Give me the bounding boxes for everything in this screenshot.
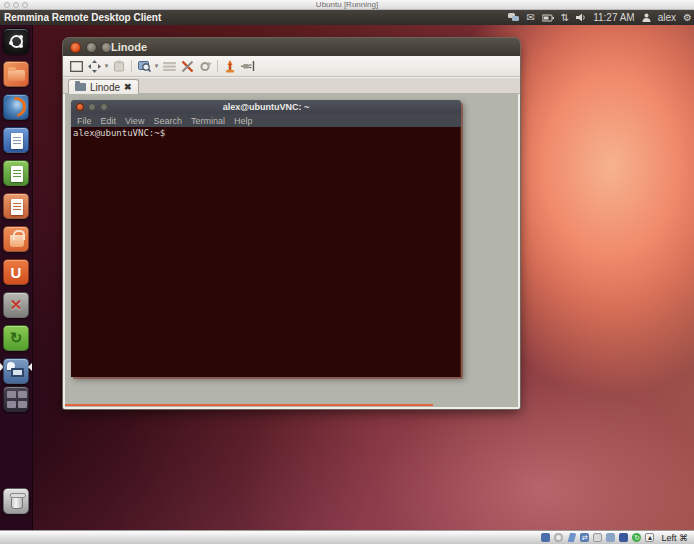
remmina-tabbar: Linode ✖ bbox=[63, 78, 520, 94]
launcher-item-workspace-switcher[interactable] bbox=[3, 386, 29, 412]
launcher-item-dash-home[interactable] bbox=[3, 28, 29, 54]
mail-icon[interactable]: ✉ bbox=[526, 10, 534, 25]
ubuntu-top-panel: Remmina Remote Desktop Client ✉ ⇅ 11:27 … bbox=[0, 10, 694, 25]
host-window-title: Ubuntu [Running] bbox=[0, 0, 694, 10]
battery-icon[interactable] bbox=[542, 10, 554, 25]
tab-label: Linode bbox=[90, 82, 120, 93]
launcher-item-libreoffice-impress[interactable] bbox=[3, 193, 29, 219]
terminal-title: alex@ubuntuVNC: ~ bbox=[71, 100, 461, 114]
host-key-label: Left ⌘ bbox=[661, 533, 688, 543]
session-username[interactable]: alex bbox=[658, 10, 676, 25]
network-status-icon[interactable]: ⇄ bbox=[580, 533, 589, 542]
ubuntu-one-icon: U bbox=[4, 260, 28, 284]
disconnect-plug-icon[interactable] bbox=[239, 58, 257, 75]
monitor-icon bbox=[11, 368, 24, 377]
launcher-item-libreoffice-calc[interactable] bbox=[3, 160, 29, 186]
shell-prompt: alex@ubuntuVNC:~$ bbox=[71, 127, 460, 138]
display-status-icon[interactable] bbox=[619, 533, 628, 542]
unity-launcher: U ✕ ↻ bbox=[0, 25, 33, 530]
floppy-status-icon[interactable] bbox=[567, 533, 576, 542]
launcher-item-system-settings[interactable]: ✕ bbox=[3, 292, 29, 318]
menu-edit[interactable]: Edit bbox=[101, 116, 117, 126]
launcher-item-firefox[interactable] bbox=[3, 94, 29, 120]
fullscreen-icon[interactable] bbox=[67, 58, 85, 75]
menu-search[interactable]: Search bbox=[153, 116, 182, 126]
launcher-item-libreoffice-writer[interactable] bbox=[3, 127, 29, 153]
vbox-statusbar: ⇄ ↻ ▲ Left ⌘ bbox=[0, 530, 694, 544]
launcher-item-remmina[interactable] bbox=[3, 358, 29, 384]
workspace-cell bbox=[18, 401, 27, 408]
shared-folders-status-icon[interactable] bbox=[606, 533, 615, 542]
messaging-icon[interactable] bbox=[508, 10, 519, 25]
focused-app-arrow-right bbox=[28, 363, 32, 371]
remmina-toolbar: ▾ ▾ bbox=[63, 56, 520, 77]
virtualbox-guest-screen: Ubuntu [Running] Remmina Remote Desktop … bbox=[0, 0, 694, 544]
panel-clock[interactable]: 11:27 AM bbox=[593, 10, 635, 25]
refresh-gear-icon[interactable] bbox=[196, 58, 214, 75]
shopping-bag-icon bbox=[10, 235, 24, 247]
workspace-cell bbox=[18, 391, 27, 398]
preferences-tools-icon[interactable] bbox=[178, 58, 196, 75]
network-traffic-icon[interactable]: ⇅ bbox=[561, 10, 569, 25]
tools-cross-icon: ✕ bbox=[4, 293, 28, 317]
keyboard-grab-icon[interactable] bbox=[160, 58, 178, 75]
menu-file[interactable]: File bbox=[77, 116, 92, 126]
tab-close-icon[interactable]: ✖ bbox=[124, 83, 132, 92]
scale-dropdown-caret-icon[interactable]: ▾ bbox=[103, 62, 110, 70]
session-gear-icon[interactable]: ⚙ bbox=[683, 10, 692, 25]
scale-mode-icon[interactable] bbox=[85, 58, 103, 75]
terminal-window: alex@ubuntuVNC: ~ File Edit View Search … bbox=[71, 100, 461, 377]
workspace-cell bbox=[7, 391, 16, 398]
features-status-icon[interactable]: ↻ bbox=[632, 533, 641, 542]
launcher-item-green-app[interactable]: ↻ bbox=[3, 325, 29, 351]
green-swirl-icon: ↻ bbox=[4, 326, 28, 350]
ubuntu-logo-icon bbox=[4, 29, 28, 53]
menu-terminal[interactable]: Terminal bbox=[191, 116, 225, 126]
writer-document-icon bbox=[11, 133, 23, 149]
toolbar-separator bbox=[131, 60, 132, 72]
remmina-window: Linode ▾ ▾ bbox=[63, 38, 520, 409]
optical-status-icon[interactable] bbox=[554, 533, 563, 542]
usb-status-icon[interactable] bbox=[593, 533, 602, 542]
terminal-body[interactable]: alex@ubuntuVNC:~$ bbox=[71, 127, 461, 377]
host-titlebar: Ubuntu [Running] bbox=[0, 0, 694, 10]
magnifier-icon[interactable] bbox=[135, 58, 153, 75]
vnc-viewport[interactable]: alex@ubuntuVNC: ~ File Edit View Search … bbox=[65, 94, 518, 407]
launcher-item-software-center[interactable] bbox=[3, 226, 29, 252]
magnifier-dropdown-caret-icon[interactable]: ▾ bbox=[153, 62, 160, 70]
remmina-titlebar[interactable]: Linode bbox=[63, 38, 520, 56]
remmina-window-title: Linode bbox=[111, 38, 147, 56]
firefox-icon bbox=[3, 94, 29, 120]
launcher-item-home-folder[interactable] bbox=[3, 61, 29, 87]
window-minimize-button[interactable] bbox=[86, 42, 97, 53]
tab-folder-icon bbox=[75, 83, 86, 91]
launcher-item-trash[interactable] bbox=[3, 488, 29, 514]
user-icon[interactable] bbox=[642, 10, 651, 25]
window-close-button[interactable] bbox=[70, 42, 81, 53]
active-app-title: Remmina Remote Desktop Client bbox=[4, 10, 161, 25]
volume-icon[interactable] bbox=[576, 10, 586, 25]
indicator-area: ✉ ⇅ 11:27 AM alex ⚙ bbox=[508, 10, 692, 25]
paste-icon[interactable] bbox=[110, 58, 128, 75]
screenshot-tool-icon[interactable] bbox=[221, 58, 239, 75]
mouse-integration-status-icon[interactable]: ▲ bbox=[645, 533, 654, 542]
trash-can-icon bbox=[11, 495, 23, 509]
impress-presentation-icon bbox=[11, 199, 23, 215]
launcher-item-ubuntu-one[interactable]: U bbox=[3, 259, 29, 285]
menu-help[interactable]: Help bbox=[234, 116, 253, 126]
terminal-menubar: File Edit View Search Terminal Help bbox=[71, 114, 461, 127]
folder-icon bbox=[8, 70, 25, 81]
toolbar-separator bbox=[217, 60, 218, 72]
menu-view[interactable]: View bbox=[125, 116, 144, 126]
desktop-wallpaper: U ✕ ↻ bbox=[0, 25, 694, 530]
remote-wallpaper-edge bbox=[65, 404, 433, 406]
terminal-titlebar[interactable]: alex@ubuntuVNC: ~ bbox=[71, 100, 461, 114]
calc-spreadsheet-icon bbox=[11, 166, 23, 182]
hdd-status-icon[interactable] bbox=[541, 533, 550, 542]
workspace-cell bbox=[7, 401, 16, 408]
tab-linode[interactable]: Linode ✖ bbox=[68, 79, 139, 94]
